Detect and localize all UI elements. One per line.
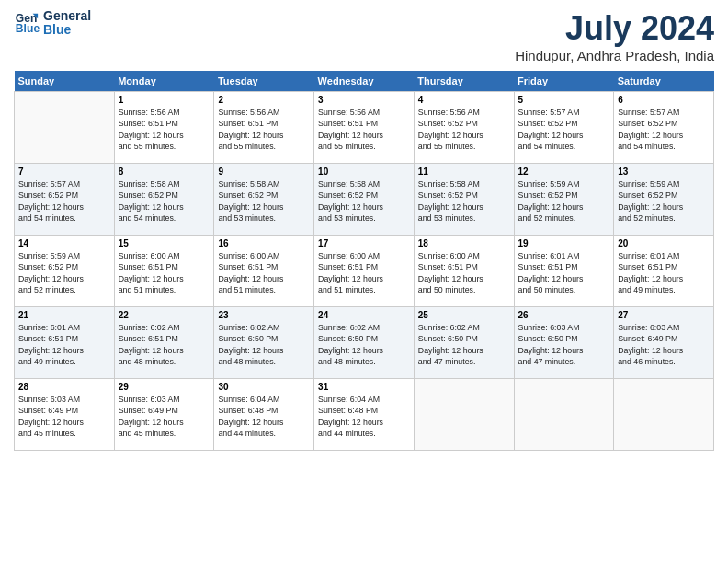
- day-info: Sunrise: 6:00 AM Sunset: 6:51 PM Dayligh…: [119, 250, 210, 295]
- day-number: 2: [218, 95, 310, 105]
- calendar-cell: 24Sunrise: 6:02 AM Sunset: 6:50 PM Dayli…: [314, 307, 415, 379]
- day-number: 7: [18, 167, 110, 177]
- day-info: Sunrise: 6:02 AM Sunset: 6:50 PM Dayligh…: [418, 322, 510, 367]
- day-number: 21: [18, 310, 110, 320]
- calendar-week-row: 21Sunrise: 6:01 AM Sunset: 6:51 PM Dayli…: [15, 307, 714, 379]
- day-info: Sunrise: 5:58 AM Sunset: 6:52 PM Dayligh…: [418, 178, 510, 224]
- day-number: 31: [318, 382, 410, 392]
- calendar-cell: 20Sunrise: 6:01 AM Sunset: 6:51 PM Dayli…: [614, 236, 714, 307]
- calendar-cell: 14Sunrise: 5:59 AM Sunset: 6:52 PM Dayli…: [15, 236, 115, 307]
- day-header-saturday: Saturday: [614, 71, 714, 92]
- calendar-cell: 25Sunrise: 6:02 AM Sunset: 6:50 PM Dayli…: [414, 307, 514, 379]
- calendar-week-row: 1Sunrise: 5:56 AM Sunset: 6:51 PM Daylig…: [15, 92, 714, 164]
- calendar-week-row: 7Sunrise: 5:57 AM Sunset: 6:52 PM Daylig…: [15, 164, 714, 236]
- calendar-week-row: 28Sunrise: 6:03 AM Sunset: 6:49 PM Dayli…: [15, 379, 714, 451]
- day-header-monday: Monday: [114, 71, 214, 92]
- day-number: 15: [119, 238, 210, 248]
- calendar-cell: 5Sunrise: 5:57 AM Sunset: 6:52 PM Daylig…: [514, 92, 614, 164]
- title-section: July 2024 Hindupur, Andhra Pradesh, Indi…: [515, 9, 714, 63]
- day-number: 27: [618, 310, 710, 320]
- day-number: 18: [418, 238, 510, 248]
- day-number: 1: [119, 95, 210, 105]
- calendar-week-row: 14Sunrise: 5:59 AM Sunset: 6:52 PM Dayli…: [15, 236, 714, 307]
- calendar-cell: [414, 379, 514, 451]
- calendar-cell: 28Sunrise: 6:03 AM Sunset: 6:49 PM Dayli…: [15, 379, 115, 451]
- day-info: Sunrise: 5:57 AM Sunset: 6:52 PM Dayligh…: [18, 178, 110, 224]
- day-number: 12: [518, 167, 610, 177]
- day-info: Sunrise: 5:56 AM Sunset: 6:51 PM Dayligh…: [318, 107, 410, 152]
- day-info: Sunrise: 5:59 AM Sunset: 6:52 PM Dayligh…: [18, 250, 110, 295]
- calendar-cell: 16Sunrise: 6:00 AM Sunset: 6:51 PM Dayli…: [214, 236, 314, 307]
- calendar-cell: 26Sunrise: 6:03 AM Sunset: 6:50 PM Dayli…: [514, 307, 614, 379]
- logo-text-blue: Blue: [43, 23, 91, 37]
- day-number: 17: [318, 238, 410, 248]
- calendar-cell: 6Sunrise: 5:57 AM Sunset: 6:52 PM Daylig…: [614, 92, 714, 164]
- day-info: Sunrise: 6:01 AM Sunset: 6:51 PM Dayligh…: [618, 250, 710, 295]
- calendar-cell: 18Sunrise: 6:00 AM Sunset: 6:51 PM Dayli…: [414, 236, 514, 307]
- day-number: 30: [218, 382, 310, 392]
- calendar-cell: 23Sunrise: 6:02 AM Sunset: 6:50 PM Dayli…: [214, 307, 314, 379]
- day-number: 16: [218, 238, 310, 248]
- calendar-table: SundayMondayTuesdayWednesdayThursdayFrid…: [14, 71, 714, 451]
- calendar-cell: 15Sunrise: 6:00 AM Sunset: 6:51 PM Dayli…: [114, 236, 214, 307]
- day-info: Sunrise: 6:00 AM Sunset: 6:51 PM Dayligh…: [418, 250, 510, 295]
- day-number: 9: [218, 167, 310, 177]
- day-number: 19: [518, 238, 610, 248]
- day-number: 23: [218, 310, 310, 320]
- day-info: Sunrise: 5:56 AM Sunset: 6:51 PM Dayligh…: [218, 107, 310, 152]
- calendar-cell: 17Sunrise: 6:00 AM Sunset: 6:51 PM Dayli…: [314, 236, 415, 307]
- calendar-cell: [15, 92, 115, 164]
- day-header-tuesday: Tuesday: [214, 71, 314, 92]
- calendar-cell: [614, 379, 714, 451]
- calendar-cell: 13Sunrise: 5:59 AM Sunset: 6:52 PM Dayli…: [614, 164, 714, 236]
- day-header-sunday: Sunday: [15, 71, 115, 92]
- day-number: 8: [119, 167, 210, 177]
- day-info: Sunrise: 6:03 AM Sunset: 6:49 PM Dayligh…: [18, 394, 110, 439]
- calendar-cell: 22Sunrise: 6:02 AM Sunset: 6:51 PM Dayli…: [114, 307, 214, 379]
- day-number: 24: [318, 310, 410, 320]
- day-info: Sunrise: 5:59 AM Sunset: 6:52 PM Dayligh…: [518, 178, 610, 224]
- calendar-cell: [514, 379, 614, 451]
- svg-text:Blue: Blue: [16, 23, 40, 36]
- day-header-thursday: Thursday: [414, 71, 514, 92]
- day-info: Sunrise: 6:04 AM Sunset: 6:48 PM Dayligh…: [318, 394, 410, 439]
- day-number: 11: [418, 167, 510, 177]
- day-info: Sunrise: 6:03 AM Sunset: 6:49 PM Dayligh…: [119, 394, 210, 439]
- day-number: 5: [518, 95, 610, 105]
- calendar-cell: 29Sunrise: 6:03 AM Sunset: 6:49 PM Dayli…: [114, 379, 214, 451]
- calendar-cell: 30Sunrise: 6:04 AM Sunset: 6:48 PM Dayli…: [214, 379, 314, 451]
- day-info: Sunrise: 5:56 AM Sunset: 6:51 PM Dayligh…: [119, 107, 210, 152]
- day-number: 10: [318, 167, 410, 177]
- calendar-cell: 27Sunrise: 6:03 AM Sunset: 6:49 PM Dayli…: [614, 307, 714, 379]
- day-info: Sunrise: 5:58 AM Sunset: 6:52 PM Dayligh…: [119, 178, 210, 224]
- day-info: Sunrise: 5:57 AM Sunset: 6:52 PM Dayligh…: [618, 107, 710, 152]
- day-number: 14: [18, 238, 110, 248]
- logo: Gen Blue General Blue: [14, 9, 91, 38]
- calendar-cell: 2Sunrise: 5:56 AM Sunset: 6:51 PM Daylig…: [214, 92, 314, 164]
- day-number: 20: [618, 238, 710, 248]
- day-number: 29: [119, 382, 210, 392]
- calendar-header-row: SundayMondayTuesdayWednesdayThursdayFrid…: [15, 71, 714, 92]
- day-number: 6: [618, 95, 710, 105]
- day-info: Sunrise: 5:58 AM Sunset: 6:52 PM Dayligh…: [218, 178, 310, 224]
- calendar-cell: 10Sunrise: 5:58 AM Sunset: 6:52 PM Dayli…: [314, 164, 415, 236]
- day-number: 25: [418, 310, 510, 320]
- day-info: Sunrise: 6:02 AM Sunset: 6:51 PM Dayligh…: [119, 322, 210, 367]
- calendar-cell: 31Sunrise: 6:04 AM Sunset: 6:48 PM Dayli…: [314, 379, 415, 451]
- day-info: Sunrise: 6:02 AM Sunset: 6:50 PM Dayligh…: [318, 322, 410, 367]
- day-info: Sunrise: 6:03 AM Sunset: 6:49 PM Dayligh…: [618, 322, 710, 367]
- day-info: Sunrise: 5:58 AM Sunset: 6:52 PM Dayligh…: [318, 178, 410, 224]
- day-number: 28: [18, 382, 110, 392]
- day-info: Sunrise: 5:57 AM Sunset: 6:52 PM Dayligh…: [518, 107, 610, 152]
- day-info: Sunrise: 5:59 AM Sunset: 6:52 PM Dayligh…: [618, 178, 710, 224]
- header: Gen Blue General Blue July 2024 Hindupur…: [14, 9, 714, 63]
- main-title: July 2024: [515, 9, 714, 48]
- day-number: 22: [119, 310, 210, 320]
- day-info: Sunrise: 6:01 AM Sunset: 6:51 PM Dayligh…: [518, 250, 610, 295]
- day-header-wednesday: Wednesday: [314, 71, 415, 92]
- day-number: 26: [518, 310, 610, 320]
- day-number: 4: [418, 95, 510, 105]
- calendar-cell: 19Sunrise: 6:01 AM Sunset: 6:51 PM Dayli…: [514, 236, 614, 307]
- calendar-cell: 4Sunrise: 5:56 AM Sunset: 6:52 PM Daylig…: [414, 92, 514, 164]
- day-info: Sunrise: 6:01 AM Sunset: 6:51 PM Dayligh…: [18, 322, 110, 367]
